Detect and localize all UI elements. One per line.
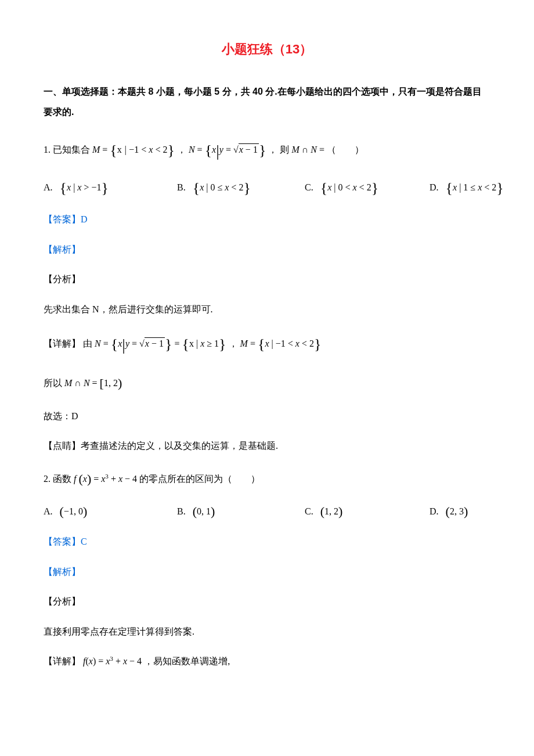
q2-opt-c-label: C. — [305, 506, 313, 516]
q2-opt-d-label: D. — [430, 506, 439, 516]
q1-detail-label: 【详解】 — [44, 339, 81, 348]
q1-stem-mid: ， — [177, 145, 189, 154]
q1-N: N — [189, 145, 195, 154]
q1-detail-M: M — [240, 339, 248, 348]
q1-dianjing: 【点睛】考查描述法的定义，以及交集的运算，是基础题. — [44, 438, 490, 453]
q1-detail: 【详解】 由 N = {x|y = √x − 1} = {x | x ≥ 1} … — [44, 332, 490, 358]
q2-opt-b-label: B. — [177, 506, 186, 516]
q2-detail-post: ，易知函数单调递增, — [144, 656, 230, 666]
q1-M: M — [92, 145, 100, 154]
q1-detail-mid: ， — [229, 339, 240, 348]
q1-options: A. {x | x > −1} B. {x | 0 ≤ x < 2} C. {x… — [44, 179, 490, 197]
q1-detail-pre: 由 — [83, 339, 95, 348]
q2-stem: 2. 函数 f (x) = x3 + x − 4 的零点所在的区间为（ ） — [44, 469, 490, 489]
q1-so-pre: 所以 — [44, 378, 64, 388]
q2-answer: 【答案】C — [44, 534, 490, 549]
q1-opt-b-label: B. — [177, 182, 186, 192]
q2-stem-post: 的零点所在的区间为（ ） — [139, 474, 260, 484]
q1-N-eq: = — [195, 145, 205, 154]
q1-N-yeq: = — [223, 145, 233, 154]
q1-opt-d-label: D. — [430, 182, 439, 192]
q1-so: 所以 M ∩ N = [1, 2) — [44, 373, 490, 393]
q1-N-y: y — [219, 145, 223, 154]
q2-fenxi-label: 【分析】 — [44, 594, 490, 609]
q1-answer-label: 【答案】 — [44, 214, 81, 224]
q2-fenxi-text: 直接利用零点存在定理计算得到答案. — [44, 624, 490, 639]
q1-dianjing-text: 考查描述法的定义，以及交集的运算，是基础题. — [81, 441, 278, 451]
q2-detail-label: 【详解】 — [44, 656, 81, 666]
q1-M-eq: = — [100, 145, 110, 154]
q1-N-sqrt-arg: x − 1 — [239, 143, 259, 154]
q1-fenxi-label: 【分析】 — [44, 272, 490, 287]
q1-detail-N: N — [95, 339, 101, 348]
q1-guxuan: 故选：D — [44, 409, 490, 424]
q1-answer: 【答案】D — [44, 212, 490, 227]
q1-stem: 1. 已知集合 M = {x | −1 < x < 2} ， N = {x|y … — [44, 138, 490, 164]
q2-opt-a-label: A. — [44, 506, 53, 516]
q1-stem-pre: 1. 已知集合 — [44, 145, 92, 154]
q1-MN: M ∩ N — [291, 145, 317, 154]
q1-detail-Neq: = — [101, 339, 111, 348]
q2-stem-pre: 2. 函数 — [44, 474, 74, 484]
q1-opt-c-label: C. — [305, 182, 313, 192]
q2-answer-val: C — [81, 537, 87, 546]
q1-stem-post: ， 则 — [268, 145, 291, 154]
q1-answer-val: D — [81, 214, 88, 224]
q1-dianjing-label: 【点睛】 — [44, 441, 81, 451]
q1-M-body: x | −1 < x < 2 — [117, 145, 168, 154]
q1-jiexi: 【解析】 — [44, 242, 490, 257]
q1-opt-a-label: A. — [44, 182, 53, 192]
q2-options: A. (−1, 0) B. (0, 1) C. (1, 2) D. (2, 3) — [44, 504, 490, 519]
q1-eq-post: = （ ） — [319, 145, 364, 154]
q2-answer-label: 【答案】 — [44, 537, 81, 546]
section-header: 一、单项选择题：本题共 8 小题，每小题 5 分，共 40 分.在每小题给出的四… — [44, 81, 490, 122]
document-title: 小题狂练（13） — [44, 41, 490, 58]
q2-jiexi: 【解析】 — [44, 564, 490, 579]
q1-fenxi-text: 先求出集合 N，然后进行交集的运算即可. — [44, 302, 490, 317]
q2-detail: 【详解】 f(x) = x3 + x − 4 ，易知函数单调递增, — [44, 654, 490, 669]
